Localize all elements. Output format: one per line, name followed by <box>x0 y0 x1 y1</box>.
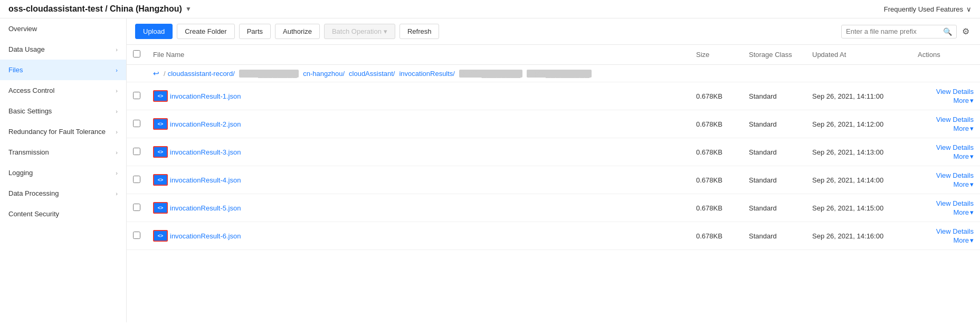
sidebar-item-basic-settings[interactable]: Basic Settings› <box>0 101 126 121</box>
file-name-link[interactable]: invocationResult-2.json <box>170 120 241 128</box>
row-checkbox-cell <box>127 166 147 194</box>
actions-cell: View Details More ▾ <box>918 171 974 188</box>
create-folder-button[interactable]: Create Folder <box>177 24 234 39</box>
file-name-cell: <> invocationResult-4.json <box>153 174 683 186</box>
row-checkbox[interactable] <box>133 120 140 127</box>
select-all-checkbox[interactable] <box>133 50 140 57</box>
col-header-size: Size <box>690 45 743 65</box>
row-checkbox[interactable] <box>133 232 140 239</box>
breadcrumb-part-0[interactable]: cloudassistant-record/ <box>168 70 235 78</box>
file-type-icon: <> <box>153 118 168 130</box>
file-name-link[interactable]: invocationResult-4.json <box>170 176 241 184</box>
breadcrumb-part-5[interactable]: t-hz01x████████/ <box>459 70 522 78</box>
row-storage-cell: Standard <box>743 138 806 166</box>
row-checkbox[interactable] <box>133 176 140 183</box>
search-input[interactable] <box>846 27 941 35</box>
table-row: <> invocationResult-3.json 0.678KBStanda… <box>127 138 980 166</box>
row-checkbox[interactable] <box>133 148 140 155</box>
row-name-cell: <> invocationResult-3.json <box>147 138 690 166</box>
more-label: More <box>953 180 969 188</box>
batch-operation-button[interactable]: Batch Operation ▾ <box>324 24 395 39</box>
sidebar-item-access-control[interactable]: Access Control› <box>0 80 126 101</box>
upload-button[interactable]: Upload <box>135 24 173 39</box>
more-actions-button[interactable]: More ▾ <box>953 208 974 216</box>
sidebar-item-redundancy[interactable]: Redundancy for Fault Tolerance› <box>0 121 126 142</box>
breadcrumb-row: ↩ / cloudassistant-record/ 16099████████… <box>127 65 980 82</box>
more-actions-button[interactable]: More ▾ <box>953 180 974 188</box>
file-name-link[interactable]: invocationResult-5.json <box>170 204 241 212</box>
row-storage-cell: Standard <box>743 222 806 250</box>
more-actions-button[interactable]: More ▾ <box>953 124 974 132</box>
row-updated-cell: Sep 26, 2021, 14:14:00 <box>806 166 911 194</box>
breadcrumb-title: oss-cloudassistant-test / China (Hangzho… <box>8 4 192 14</box>
sidebar-item-overview[interactable]: Overview <box>0 18 126 39</box>
breadcrumb-part-4[interactable]: invocationResults/ <box>399 70 455 78</box>
sidebar-item-data-processing[interactable]: Data Processing› <box>0 183 126 204</box>
row-size-cell: 0.678KB <box>690 194 743 222</box>
view-details-link[interactable]: View Details <box>936 199 974 207</box>
file-name-link[interactable]: invocationResult-3.json <box>170 148 241 156</box>
sidebar-item-data-usage[interactable]: Data Usage› <box>0 39 126 60</box>
row-name-cell: <> invocationResult-5.json <box>147 194 690 222</box>
view-details-link[interactable]: View Details <box>936 227 974 235</box>
more-chevron-icon: ▾ <box>970 97 974 104</box>
settings-icon[interactable]: ⚙ <box>960 24 972 39</box>
chevron-right-icon: › <box>116 88 118 94</box>
breadcrumb-part-2[interactable]: cn-hangzhou/ <box>303 70 345 78</box>
file-name-link[interactable]: invocationResult-1.json <box>170 92 241 100</box>
main-content: Upload Create Folder Parts Authorize Bat… <box>127 18 980 322</box>
file-name-cell: <> invocationResult-3.json <box>153 146 683 158</box>
row-name-cell: <> invocationResult-6.json <box>147 222 690 250</box>
row-checkbox[interactable] <box>133 92 140 99</box>
more-actions-button[interactable]: More ▾ <box>953 97 974 104</box>
row-checkbox-cell <box>127 138 147 166</box>
authorize-button[interactable]: Authorize <box>275 24 320 39</box>
table-row: <> invocationResult-6.json 0.678KBStanda… <box>127 222 980 250</box>
row-storage-cell: Standard <box>743 82 806 110</box>
search-input-wrap[interactable]: 🔍 <box>841 25 957 39</box>
sidebar-item-label: Overview <box>8 25 37 33</box>
parts-button[interactable]: Parts <box>239 24 271 39</box>
actions-cell: View Details More ▾ <box>918 116 974 132</box>
sidebar-item-label: Basic Settings <box>8 107 52 115</box>
row-actions-cell: View Details More ▾ <box>911 138 980 166</box>
col-header-checkbox <box>127 45 147 65</box>
actions-cell: View Details More ▾ <box>918 143 974 160</box>
view-details-link[interactable]: View Details <box>936 143 974 151</box>
breadcrumb-part-3[interactable]: cloudAssistant/ <box>349 70 395 78</box>
row-updated-cell: Sep 26, 2021, 14:15:00 <box>806 194 911 222</box>
chevron-right-icon: › <box>116 108 118 114</box>
row-size-cell: 0.678KB <box>690 82 743 110</box>
breadcrumb-part-6[interactable]: i-bp1h█████████/ <box>527 70 592 78</box>
more-actions-button[interactable]: More ▾ <box>953 152 974 160</box>
refresh-button[interactable]: Refresh <box>399 24 440 39</box>
sidebar-item-content-security[interactable]: Content Security <box>0 204 126 224</box>
file-name-link[interactable]: invocationResult-6.json <box>170 232 241 240</box>
col-header-storage-class: Storage Class <box>743 45 806 65</box>
frequently-used-features[interactable]: Frequently Used Features ∨ <box>884 5 972 13</box>
row-storage-cell: Standard <box>743 110 806 138</box>
more-label: More <box>953 208 969 216</box>
sidebar-item-files[interactable]: Files› <box>0 60 126 80</box>
view-details-link[interactable]: View Details <box>936 116 974 123</box>
sidebar-item-label: Logging <box>8 169 33 177</box>
actions-cell: View Details More ▾ <box>918 199 974 216</box>
header-chevron[interactable]: ▼ <box>185 5 192 13</box>
view-details-link[interactable]: View Details <box>936 88 974 95</box>
col-header-actions: Actions <box>911 45 980 65</box>
row-storage-cell: Standard <box>743 194 806 222</box>
more-label: More <box>953 152 969 160</box>
view-details-link[interactable]: View Details <box>936 171 974 179</box>
breadcrumb-part-1[interactable]: 16099████████/ <box>239 70 299 78</box>
sidebar-item-logging[interactable]: Logging› <box>0 162 126 183</box>
row-actions-cell: View Details More ▾ <box>911 222 980 250</box>
sidebar-item-label: Content Security <box>8 210 59 218</box>
file-name-cell: <> invocationResult-2.json <box>153 118 683 130</box>
chevron-right-icon: › <box>116 170 118 176</box>
file-name-cell: <> invocationResult-5.json <box>153 202 683 214</box>
sidebar-item-transmission[interactable]: Transmission› <box>0 142 126 162</box>
sidebar-item-label: Data Processing <box>8 189 59 197</box>
more-actions-button[interactable]: More ▾ <box>953 236 974 244</box>
row-checkbox[interactable] <box>133 204 140 211</box>
back-button[interactable]: ↩ <box>153 69 159 78</box>
